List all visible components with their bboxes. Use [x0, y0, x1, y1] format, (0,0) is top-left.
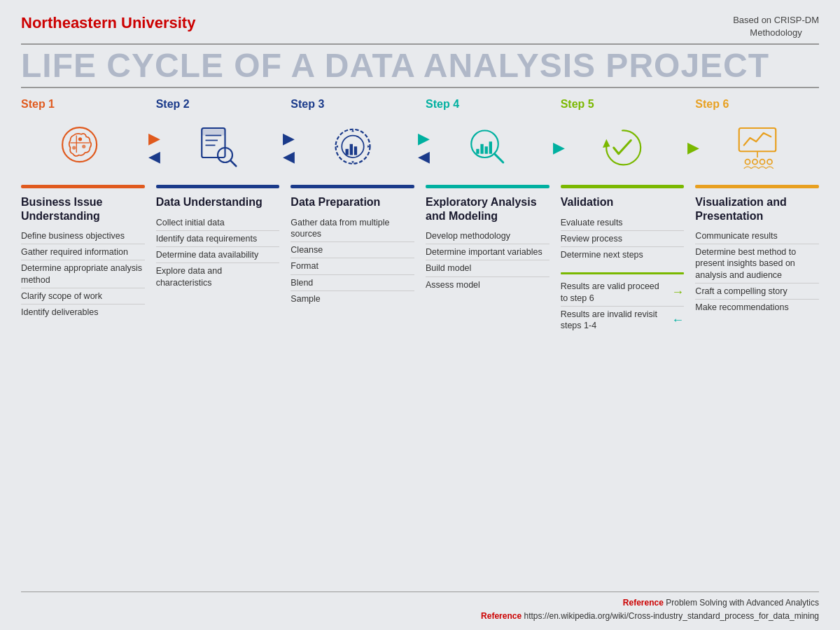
validation-icon — [598, 123, 647, 172]
step-6-col: Step 6 Visua — [690, 98, 819, 315]
step-5-label: Step 5 — [561, 98, 594, 111]
list-item: Collect initial data — [156, 215, 280, 231]
list-item: Determine next steps — [561, 247, 685, 262]
university-name: Northeastern University — [21, 14, 195, 32]
svg-rect-16 — [349, 144, 352, 155]
step-2-divider — [156, 185, 280, 188]
main-title: LIFE CYCLE OF A DATA ANALYSIS PROJECT — [21, 49, 769, 83]
valid-arrow: → — [671, 285, 684, 300]
step-3-label: Step 3 — [290, 98, 324, 111]
step-1-title: Business Issue Understanding — [21, 195, 145, 222]
validation-row-2: Results are invalid revisit steps 1-4 ← — [561, 307, 685, 334]
step-6-label: Step 6 — [695, 98, 729, 111]
step-5-col: Step 5 ▶ Validation Evaluate results Rev — [555, 98, 690, 333]
step-2-title: Data Understanding — [156, 195, 262, 209]
list-item: Format — [290, 258, 414, 274]
arrow-right-green: ▶ — [687, 140, 699, 155]
steps-container: Step 1 ▶ ◀ Business Issue Under — [21, 98, 819, 591]
step-5-items: Evaluate results Review process Determin… — [561, 215, 685, 263]
arrow-2-3: ▶ ◀ — [283, 131, 295, 164]
arrow-4-5: ▶ — [553, 140, 565, 155]
ref1-text: Problem Solving with Advanced Analytics — [666, 598, 819, 608]
svg-point-5 — [72, 146, 76, 150]
svg-point-28 — [752, 160, 757, 164]
list-item: Explore data and characteristics — [156, 263, 280, 290]
arrow-left-blue3: ◀ — [418, 149, 430, 164]
arrow-5-6: ▶ — [687, 140, 699, 155]
step-3-items: Gather data from multiple sources Cleans… — [290, 215, 414, 307]
list-item: Craft a compelling story — [695, 284, 819, 300]
arrow-3-4: ▶ ◀ — [418, 131, 430, 164]
valid-text: Results are valid proceed to step 6 — [561, 281, 668, 304]
step-6-title: Visualization and Presentation — [695, 195, 819, 222]
step-3-divider — [290, 185, 414, 188]
arrow-left-blue2: ◀ — [283, 149, 295, 164]
arrow-right-teal: ▶ — [418, 131, 430, 146]
ref2-label: Reference — [481, 611, 522, 621]
svg-point-4 — [82, 145, 85, 148]
step-5-icon-area: ▶ — [561, 116, 685, 179]
presentation-icon — [733, 123, 782, 172]
list-item: Determine appro­priate analysis method — [21, 260, 145, 288]
invalid-text: Results are invalid revisit steps 1-4 — [561, 309, 668, 332]
step-6-divider — [695, 185, 819, 188]
step-1-col: Step 1 ▶ ◀ Business Issue Under — [21, 98, 150, 320]
list-item: Evaluate results — [561, 215, 685, 231]
list-item: Define business objectives — [21, 228, 145, 244]
list-item: Gather data from multiple sources — [290, 215, 414, 243]
list-item: Determine data availability — [156, 247, 280, 263]
footer: Reference Problem Solving with Advanced … — [21, 592, 819, 623]
svg-marker-24 — [603, 139, 610, 148]
step-2-icon-area: ▶ ◀ — [156, 116, 280, 179]
step-5-title: Validation — [561, 195, 614, 209]
list-item: Communicate results — [695, 228, 819, 244]
list-item: Identify data requirements — [156, 231, 280, 247]
svg-point-30 — [767, 160, 772, 164]
svg-rect-20 — [481, 144, 484, 154]
title-bar: LIFE CYCLE OF A DATA ANALYSIS PROJECT — [21, 43, 819, 88]
list-item: Determine important variables — [426, 244, 550, 260]
list-item: Cleanse — [290, 242, 414, 258]
validation-extras: Results are valid proceed to step 6 → Re… — [561, 268, 685, 333]
analysis-icon — [463, 123, 512, 172]
step-2-col: Step 2 ▶ ◀ Data Understanding — [150, 98, 286, 290]
step-4-label: Step 4 — [426, 98, 459, 111]
step-5-divider — [561, 185, 685, 188]
svg-rect-21 — [485, 147, 488, 155]
list-item: Gather required information — [21, 244, 145, 260]
v-divider — [561, 272, 685, 274]
data-search-icon — [193, 123, 242, 172]
footer-ref1: Reference Problem Solving with Advanced … — [21, 596, 819, 610]
step-1-divider — [21, 185, 145, 188]
list-item: Review process — [561, 231, 685, 247]
step-6-icon-area — [695, 116, 819, 179]
step-4-title: Exploratory Analysis and Modeling — [426, 195, 550, 222]
list-item: Make recommendations — [695, 300, 819, 315]
list-item: Identify deliverables — [21, 304, 145, 320]
list-item: Develop methodology — [426, 228, 550, 244]
svg-point-29 — [760, 160, 764, 164]
step-3-col: Step 3 ▶ ◀ — [285, 98, 420, 307]
top-bar: Northeastern University Based on CRISP-D… — [21, 14, 819, 39]
svg-rect-17 — [354, 147, 356, 155]
brain-puzzle-icon — [58, 123, 107, 172]
list-item: Sample — [290, 291, 414, 307]
svg-point-27 — [745, 160, 750, 164]
step-1-label: Step 1 — [21, 98, 55, 111]
step-2-items: Collect initial data Identify data requi… — [156, 215, 280, 290]
step-3-icon-area: ▶ ◀ — [290, 116, 414, 179]
step-4-items: Develop methodology Determine important … — [426, 228, 550, 293]
ref2-text: https://en.wikipedia.org/wiki/Cross-indu… — [524, 611, 819, 621]
svg-line-23 — [496, 155, 503, 162]
arrow-right-blue: ▶ — [283, 131, 295, 146]
crisp-note: Based on CRISP-DM Methodology — [733, 14, 819, 39]
data-prep-icon — [328, 123, 377, 172]
list-item: Blend — [290, 275, 414, 291]
svg-line-12 — [230, 161, 236, 167]
svg-rect-10 — [202, 128, 225, 136]
arrow-right-teal2: ▶ — [553, 140, 565, 155]
svg-point-3 — [78, 138, 82, 141]
validation-row-1: Results are valid proceed to step 6 → — [561, 279, 685, 307]
step-3-title: Data Preparation — [290, 195, 380, 209]
list-item: Assess model — [426, 277, 550, 293]
